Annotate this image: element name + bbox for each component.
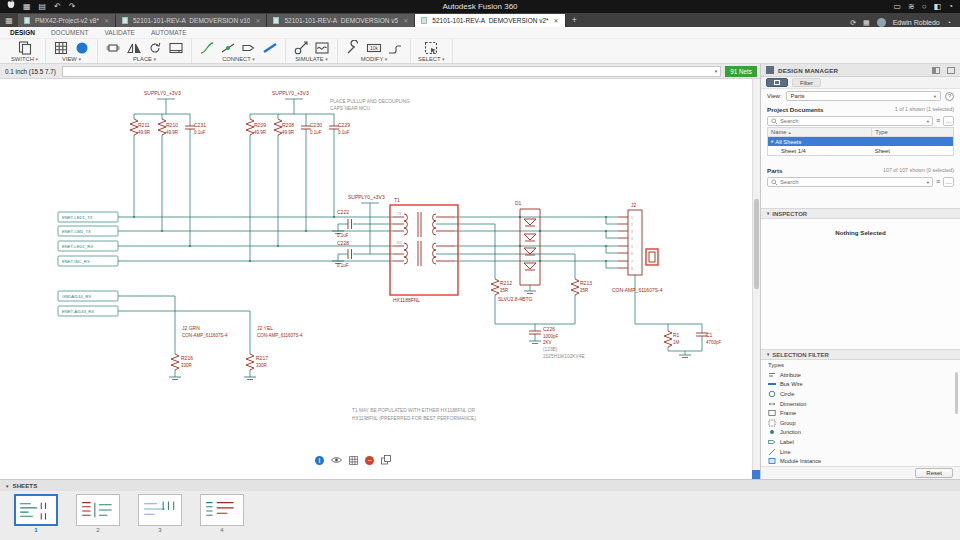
schematic-label[interactable]: GNDA/D10_RX xyxy=(62,294,91,299)
schematic-label[interactable]: R209 xyxy=(254,122,266,128)
tab-automate[interactable]: AUTOMATE xyxy=(151,29,187,36)
schematic-label[interactable]: ENET-A/D43_RX xyxy=(62,309,94,314)
schematic-label[interactable]: J2 GRN xyxy=(182,325,200,331)
layers-icon[interactable] xyxy=(381,455,391,466)
selection-filter-item[interactable]: Attribute xyxy=(768,370,960,380)
place-part-icon[interactable] xyxy=(105,40,121,56)
selection-filter-item[interactable]: Line xyxy=(768,447,960,457)
schematic-label[interactable]: 330R xyxy=(181,363,193,368)
schematic-label[interactable]: 0.1uF xyxy=(338,130,350,135)
scrollbar-thumb[interactable] xyxy=(955,372,958,414)
net-wire-icon[interactable] xyxy=(199,40,215,56)
chevron-down-icon[interactable]: ▾ xyxy=(927,180,929,185)
close-icon[interactable]: ✕ xyxy=(554,17,559,24)
grid-settings-icon[interactable] xyxy=(53,40,69,56)
selection-filter-item[interactable]: Circle xyxy=(768,389,960,399)
switch-document-icon[interactable] xyxy=(17,40,33,56)
schematic-label[interactable]: HX1198FNL (PREFERRED FOR BEST PERFORMANC… xyxy=(352,416,477,421)
schematic-label[interactable]: 2025H1W102KV4E xyxy=(543,354,585,359)
schematic-label[interactable]: R210 xyxy=(166,122,178,128)
schematic-label[interactable]: C226 xyxy=(543,326,555,332)
bus-icon[interactable] xyxy=(262,40,278,56)
table-row-sheet[interactable]: Sheet 1/4 Sheet xyxy=(768,146,953,155)
schematic-label[interactable]: R212 xyxy=(500,280,512,286)
schematic-label[interactable]: 0.1uF xyxy=(337,263,349,268)
selection-filter-item[interactable]: Frame xyxy=(768,408,960,418)
selection-filter-header[interactable]: ▾ SELECTION FILTER xyxy=(761,349,960,360)
redo-icon[interactable]: ↷ xyxy=(69,0,76,13)
schematic-label[interactable]: 1M xyxy=(673,340,680,345)
sheets-panel-header[interactable]: ▾ SHEETS xyxy=(0,479,960,491)
schematic-label[interactable]: 0.1uF xyxy=(337,233,349,238)
route-icon[interactable] xyxy=(387,40,403,56)
close-icon[interactable]: ✕ xyxy=(255,17,260,24)
schematic-label[interactable]: ENET-INC_RX xyxy=(62,259,90,264)
selection-filter-item[interactable]: Module Instance xyxy=(768,456,960,466)
tab-filter[interactable]: Filter xyxy=(792,78,821,87)
schematic-label[interactable]: 1000pF xyxy=(543,334,559,339)
schematic-label[interactable]: 2KV xyxy=(543,340,552,345)
schematic-label[interactable]: HX1188FNL xyxy=(393,297,420,303)
nets-count-badge[interactable]: 91 Nets xyxy=(725,66,757,77)
schematic-label[interactable]: 49.9R xyxy=(138,130,151,135)
schematic-label[interactable]: ENET-LED1_RX xyxy=(62,244,93,249)
scrollbar-thumb[interactable] xyxy=(754,199,759,289)
tab-document-4-active[interactable]: 52101-101-REV-A_DEMOVERSION v2* ✕ xyxy=(415,14,565,27)
sheet-thumbnail[interactable] xyxy=(200,494,244,526)
schematic-label[interactable]: 5 xyxy=(631,245,633,249)
schematic-label[interactable]: 7 xyxy=(631,260,633,264)
command-input[interactable] xyxy=(63,67,712,76)
sheet-thumbnail[interactable] xyxy=(138,494,182,526)
tab-design[interactable]: DESIGN xyxy=(10,29,35,36)
sheet-thumbnail[interactable] xyxy=(14,494,58,526)
schematic-label[interactable]: C230 xyxy=(310,122,322,128)
schematic-label[interactable]: 330R xyxy=(256,363,268,368)
type-column[interactable]: Type xyxy=(872,128,953,136)
schematic-label[interactable]: RX xyxy=(397,241,402,245)
selection-filter-item[interactable]: Group xyxy=(768,418,960,428)
inspector-header[interactable]: ▾ INSPECTOR xyxy=(761,208,960,219)
list-view-icon[interactable]: ≡ xyxy=(936,116,940,126)
clock-icon[interactable]: ◔ xyxy=(948,0,953,13)
selection-filter-item[interactable]: Bus Wire xyxy=(768,380,960,390)
tab-document-1[interactable]: PMX42-Project-v2 v8* ✕ xyxy=(18,14,116,27)
grid-icon[interactable] xyxy=(349,456,358,466)
schematic-label[interactable]: J2 xyxy=(631,202,637,208)
junction-icon[interactable] xyxy=(220,40,236,56)
undo-icon[interactable]: ↶ xyxy=(54,0,61,13)
tab-objects[interactable] xyxy=(766,78,788,87)
window-grid-icon[interactable]: ▦ xyxy=(23,0,31,13)
schematic-label[interactable]: SUPPLY0_+3V3 xyxy=(348,194,385,200)
net-label-boxes[interactable] xyxy=(58,212,118,316)
close-icon[interactable]: ✕ xyxy=(403,17,408,24)
canvas-vertical-scrollbar[interactable] xyxy=(752,79,760,479)
schematic-label[interactable]: T1 xyxy=(394,197,400,203)
schematic-label[interactable]: ENET-LED1_TX xyxy=(62,215,93,220)
documents-search[interactable]: ▾ xyxy=(767,116,933,126)
schematic-label[interactable]: 3 xyxy=(631,230,633,234)
schematic-label[interactable]: CON-AMP_611607S-4 xyxy=(612,287,663,293)
net-label-icon[interactable] xyxy=(241,40,257,56)
expander-icon[interactable]: ▾ xyxy=(771,139,773,144)
more-options-icon[interactable]: ⋯ xyxy=(943,116,954,126)
search-input[interactable] xyxy=(780,117,925,125)
collapse-icon[interactable]: ▾ xyxy=(6,483,9,489)
probe-icon[interactable] xyxy=(293,40,309,56)
view-dropdown[interactable]: Parts▾ xyxy=(786,91,941,101)
schematic-label[interactable]: 0.1uF xyxy=(194,130,206,135)
schematic-label[interactable]: C228 xyxy=(337,240,349,246)
selection-filter-item[interactable]: Junction xyxy=(768,428,960,438)
zoom-dot-icon[interactable] xyxy=(74,40,90,56)
schematic-label[interactable]: 25R xyxy=(500,288,509,293)
schematic-label[interactable]: R217 xyxy=(256,355,268,361)
expand-panel-icon[interactable] xyxy=(947,67,955,74)
schematic-label[interactable]: (123B) xyxy=(543,347,558,352)
more-options-icon[interactable]: ⋯ xyxy=(943,177,954,187)
schematic-label[interactable]: SLVU2.8-4BTG xyxy=(498,296,532,302)
schematic-label[interactable]: R216 xyxy=(181,355,193,361)
table-row-all-sheets[interactable]: ▾All Sheets xyxy=(768,137,953,146)
schematic-label[interactable]: 4 xyxy=(631,237,633,241)
sheet-number[interactable]: 4 xyxy=(220,527,223,533)
info-icon[interactable]: i xyxy=(315,456,324,465)
schematic-label[interactable]: 25R xyxy=(580,288,589,293)
